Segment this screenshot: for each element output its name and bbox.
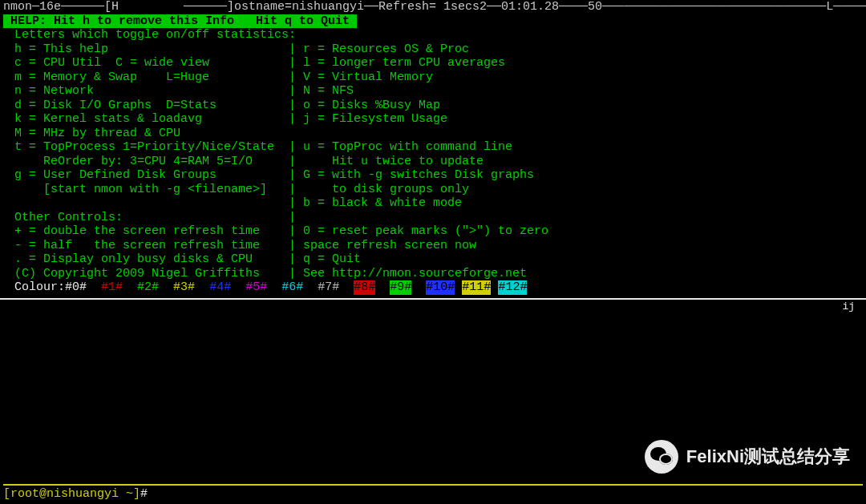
- watermark: FelixNi测试总结分享: [645, 440, 850, 474]
- help-line: Other Controls: |: [14, 211, 866, 225]
- colour-swatch-3: #3#: [173, 280, 195, 295]
- colour-swatch-7: #7#: [318, 280, 339, 295]
- colour-swatch-11: #11#: [462, 280, 491, 295]
- top-status-bar: nmon─16e──────[H ──────]ostname=nishuang…: [0, 0, 866, 14]
- help-line: . = Display only busy disks & CPU | q = …: [14, 252, 866, 267]
- help-line: M = MHz by thread & CPU: [14, 127, 866, 141]
- help-body: Letters which toggle on/off statistics: …: [0, 28, 866, 295]
- colour-swatch-10: #10#: [426, 280, 455, 295]
- help-line: (C) Copyright 2009 Nigel Griffiths | See…: [14, 267, 866, 281]
- help-line: d = Disk I/O Graphs D=Stats | o = Disks …: [14, 99, 866, 113]
- help-line: n = Network | N = NFS: [14, 84, 866, 99]
- colour-swatch-1: #1#: [101, 280, 123, 295]
- colour-swatch-5: #5#: [245, 280, 267, 295]
- colour-swatch-6: #6#: [281, 280, 303, 295]
- wechat-icon: [645, 440, 678, 474]
- help-line: m = Memory & Swap L=Huge | V = Virtual M…: [14, 71, 866, 85]
- help-line: h = This help | r = Resources OS & Proc: [14, 42, 866, 57]
- help-line: + = double the screen refresh time | 0 =…: [14, 224, 866, 239]
- help-banner: HELP: Hit h to remove this Info Hit q to…: [3, 14, 357, 29]
- help-line: Letters which toggle on/off statistics:: [14, 28, 866, 42]
- shell-prompt[interactable]: [root@nishuangyi ~]#: [3, 484, 863, 502]
- watermark-text: FelixNi测试总结分享: [686, 450, 850, 464]
- help-line: t = TopProcess 1=Priority/Nice/State | u…: [14, 140, 866, 155]
- colour-swatch-9: #9#: [390, 280, 411, 295]
- prompt-text: [root@nishuangyi ~]: [3, 487, 140, 501]
- help-line: - = half the screen refresh time | space…: [14, 239, 866, 253]
- colour-swatch-2: #2#: [137, 280, 159, 295]
- prompt-hash: #: [140, 487, 148, 501]
- help-line: | b = black & white mode: [14, 196, 866, 211]
- colour-swatch-0: #0#: [65, 280, 87, 295]
- help-line: k = Kernel stats & loadavg | j = Filesys…: [14, 112, 866, 127]
- help-line: c = CPU Util C = wide view | l = longer …: [14, 56, 866, 71]
- section-rule: ij: [0, 298, 866, 314]
- colour-legend: Colour:#0# #1# #2# #3# #4# #5# #6# #7# #…: [14, 280, 866, 295]
- colour-label: Colour:: [14, 280, 65, 295]
- colour-swatch-8: #8#: [354, 280, 375, 295]
- help-line: ReOrder by: 3=CPU 4=RAM 5=I/O | Hit u tw…: [14, 155, 866, 169]
- help-line: [start nmon with -g <filename>] | to dis…: [14, 183, 866, 197]
- help-line: g = User Defined Disk Groups | G = with …: [14, 168, 866, 183]
- colour-swatch-12: #12#: [498, 280, 527, 295]
- colour-swatch-4: #4#: [209, 280, 231, 295]
